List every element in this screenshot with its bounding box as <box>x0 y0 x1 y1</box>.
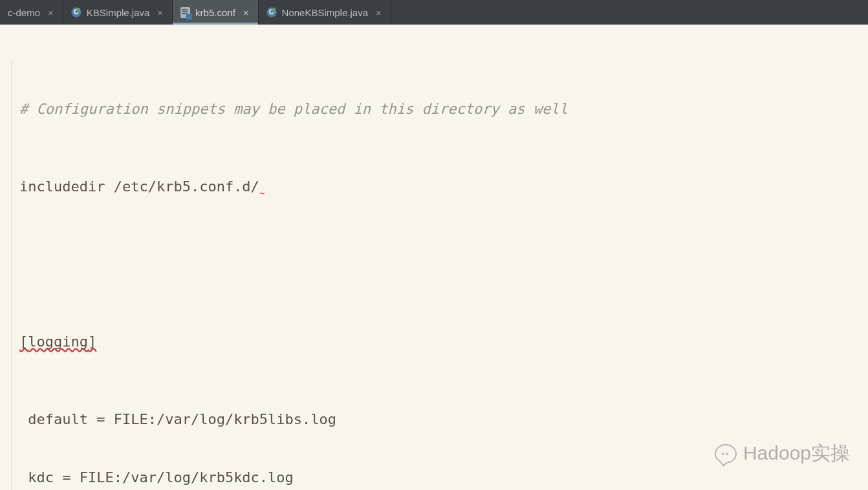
tab-label: krb5.conf <box>195 7 235 18</box>
config-file-icon <box>180 7 190 18</box>
tab-label: NoneKBSimple.java <box>282 7 368 18</box>
java-class-icon <box>71 7 81 17</box>
code-text: kdc = FILE:/var/log/krb5kdc.log <box>19 469 294 485</box>
tab-krb5-conf[interactable]: krb5.conf × <box>173 0 258 25</box>
java-class-icon <box>266 7 277 17</box>
close-icon[interactable]: × <box>376 8 382 17</box>
tab-label: KBSimple.java <box>87 7 150 18</box>
code-editor[interactable]: # Configuration snippets may be placed i… <box>0 61 868 490</box>
code-comment: # Configuration snippets may be placed i… <box>19 101 568 117</box>
close-icon[interactable]: × <box>48 8 54 17</box>
code-text: includedir /etc/krb5.conf.d/ <box>19 178 259 195</box>
tab-kbsimple[interactable]: KBSimple.java × <box>63 0 173 25</box>
code-text: default = FILE:/var/log/krb5libs.log <box>19 411 336 427</box>
tab-nonekbsimple[interactable]: NoneKBSimple.java × <box>259 0 391 25</box>
tab-label: c-demo <box>8 7 40 18</box>
code-text: [logging] <box>19 334 96 350</box>
tab-c-demo[interactable]: c-demo × <box>0 0 63 25</box>
close-icon[interactable]: × <box>157 8 163 17</box>
editor-tab-bar: c-demo × KBSimple.java × krb5.conf × Non… <box>0 0 868 25</box>
spellcheck-squiggle-icon: ~ <box>259 189 265 198</box>
close-icon[interactable]: × <box>243 8 249 17</box>
editor-top-gap <box>0 25 868 61</box>
